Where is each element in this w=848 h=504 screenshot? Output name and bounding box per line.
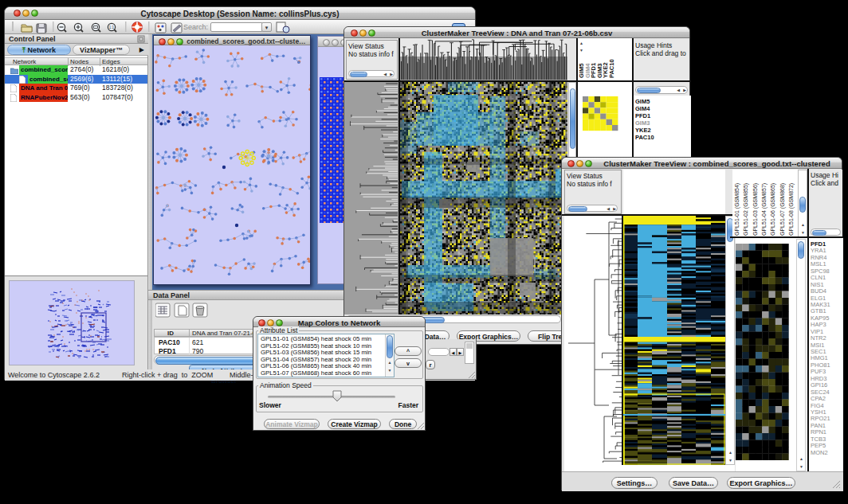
svg-text:GPL51-04 (GSM857): GPL51-04 (GSM857) [761, 183, 768, 236]
svg-text:GPL51-07 (GSM868): GPL51-07 (GSM868) [779, 183, 786, 236]
svg-text:GPL51-02 (GSM855): GPL51-02 (GSM855) [743, 183, 749, 236]
svg-text:GPL51-06 (GSM865): GPL51-06 (GSM865) [770, 183, 776, 236]
svg-text:Search:: Search: [183, 23, 208, 31]
svg-text:PAC10: PAC10 [608, 59, 615, 78]
svg-text:GPL51-03 (GSM856): GPL51-03 (GSM856) [752, 183, 759, 236]
svg-text:GPL51-08 (GSM872): GPL51-08 (GSM872) [788, 183, 795, 236]
svg-text:GPL51-01 (GSM854): GPL51-01 (GSM854) [734, 183, 740, 236]
svg-text:1:1: 1:1 [109, 25, 115, 29]
